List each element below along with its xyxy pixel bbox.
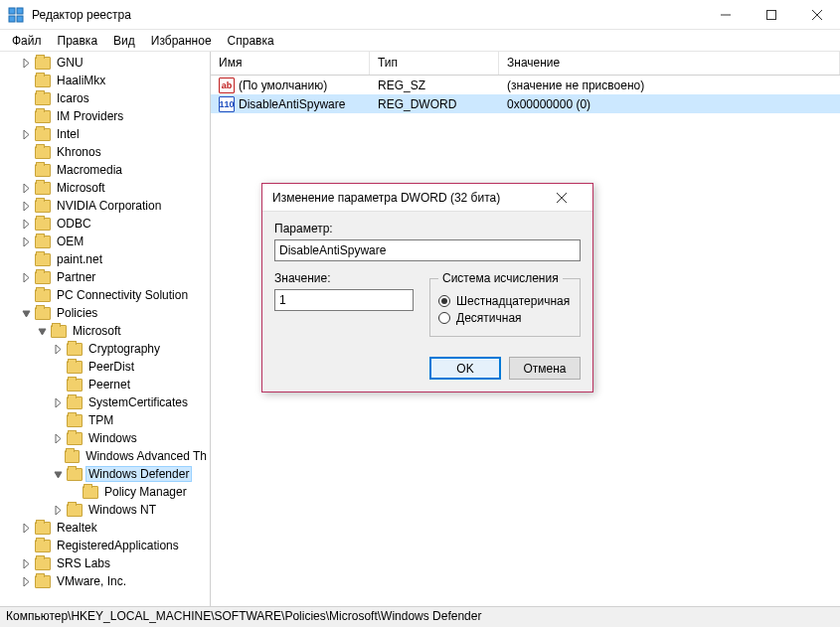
chevron-right-icon[interactable] (20, 235, 32, 247)
menubar: Файл Правка Вид Избранное Справка (0, 30, 840, 52)
tree-item[interactable]: SRS Labs (0, 554, 210, 572)
column-value[interactable]: Значение (499, 52, 840, 75)
tree-item[interactable]: Intel (0, 125, 210, 143)
tree-item[interactable]: Policies (0, 304, 210, 322)
folder-icon (35, 540, 51, 552)
menu-view[interactable]: Вид (105, 32, 143, 50)
chevron-right-icon[interactable] (20, 575, 32, 587)
chevron-right-icon[interactable] (52, 396, 64, 408)
tree-item[interactable]: RegisteredApplications (0, 537, 210, 554)
chevron-right-icon[interactable] (20, 271, 32, 283)
folder-icon (35, 57, 51, 70)
value-type: REG_SZ (370, 78, 499, 92)
tree-item[interactable]: SystemCertificates (0, 393, 210, 411)
tree-item[interactable]: OEM (0, 233, 210, 250)
folder-icon (35, 218, 51, 231)
dialog-close-button[interactable] (557, 193, 583, 203)
column-type[interactable]: Тип (370, 52, 499, 75)
tree-leaf-spacer (20, 289, 32, 301)
tree-item[interactable]: Cryptography (0, 340, 210, 358)
chevron-right-icon[interactable] (52, 432, 64, 444)
cancel-button[interactable]: Отмена (509, 357, 581, 380)
tree-item[interactable]: ODBC (0, 215, 210, 233)
tree-item[interactable]: IM Providers (0, 107, 210, 125)
tree-item-label: NVIDIA Corporation (54, 199, 164, 213)
tree-item[interactable]: Realtek (0, 519, 210, 537)
statusbar: Компьютер\HKEY_LOCAL_MACHINE\SOFTWARE\Po… (0, 606, 840, 627)
dialog-titlebar[interactable]: Изменение параметра DWORD (32 бита) (262, 184, 592, 212)
param-input[interactable] (274, 239, 581, 261)
tree-item-label: Policies (54, 306, 100, 320)
folder-icon (35, 289, 51, 302)
tree-item[interactable]: Macromedia (0, 161, 210, 179)
tree-item[interactable]: Khronos (0, 143, 210, 161)
list-row[interactable]: 110DisableAntiSpywareREG_DWORD0x00000000… (211, 94, 840, 113)
maximize-button[interactable] (749, 0, 794, 30)
menu-favorites[interactable]: Избранное (143, 32, 220, 50)
radix-dec-option[interactable]: Десятичная (438, 311, 572, 325)
menu-help[interactable]: Справка (220, 32, 282, 50)
tree-item[interactable]: Peernet (0, 376, 210, 393)
tree-leaf-spacer (20, 92, 32, 104)
tree-item[interactable]: PeerDist (0, 358, 210, 376)
svg-rect-0 (9, 8, 15, 14)
tree-item-label: Policy Manager (101, 485, 190, 499)
folder-icon (35, 164, 51, 177)
menu-edit[interactable]: Правка (50, 32, 106, 50)
tree-item[interactable]: Microsoft (0, 179, 210, 197)
svg-rect-5 (767, 10, 776, 19)
tree-item[interactable]: NVIDIA Corporation (0, 197, 210, 215)
list-row[interactable]: ab(По умолчанию)REG_SZ(значение не присв… (211, 76, 840, 94)
window-controls (703, 0, 840, 30)
tree-item[interactable]: TPM (0, 411, 210, 429)
chevron-right-icon[interactable] (20, 557, 32, 569)
folder-icon (35, 522, 51, 535)
chevron-right-icon[interactable] (20, 522, 32, 534)
tree-item[interactable]: Partner (0, 268, 210, 286)
radix-legend: Система исчисления (438, 271, 563, 285)
tree-pane[interactable]: GNUHaaliMkxIcarosIM ProvidersIntelKhrono… (0, 52, 211, 606)
folder-icon (65, 450, 80, 463)
value-data: (значение не присвоено) (499, 78, 840, 92)
chevron-right-icon[interactable] (20, 200, 32, 212)
value-input[interactable] (274, 289, 414, 311)
dword-value-icon: 110 (219, 96, 235, 112)
tree-item[interactable]: Windows (0, 429, 210, 447)
tree-item-label: IM Providers (54, 109, 126, 123)
tree-item[interactable]: HaaliMkx (0, 72, 210, 89)
column-name[interactable]: Имя (211, 52, 370, 75)
chevron-right-icon[interactable] (20, 57, 32, 69)
chevron-right-icon[interactable] (52, 504, 64, 516)
chevron-down-icon[interactable] (20, 307, 32, 319)
tree-item[interactable]: Windows Advanced Th (0, 447, 210, 465)
tree-item[interactable]: Windows Defender (0, 465, 210, 483)
tree-item[interactable]: paint.net (0, 250, 210, 268)
ok-button[interactable]: OK (429, 357, 501, 380)
tree-item[interactable]: PC Connectivity Solution (0, 286, 210, 304)
chevron-right-icon[interactable] (52, 343, 64, 355)
tree-item-label: Partner (54, 270, 98, 284)
folder-icon (35, 92, 51, 105)
tree-item[interactable]: Microsoft (0, 322, 210, 340)
close-button[interactable] (794, 0, 840, 30)
folder-icon (83, 486, 98, 499)
tree-item[interactable]: Windows NT (0, 501, 210, 519)
menu-file[interactable]: Файл (4, 32, 50, 50)
titlebar: Редактор реестра (0, 0, 840, 30)
tree-item[interactable]: GNU (0, 54, 210, 72)
tree-item[interactable]: VMware, Inc. (0, 572, 210, 590)
tree-item[interactable]: Policy Manager (0, 483, 210, 501)
tree-leaf-spacer (52, 361, 64, 373)
tree-item[interactable]: Icaros (0, 89, 210, 107)
svg-rect-2 (9, 16, 15, 22)
folder-icon (35, 557, 51, 570)
tree-item-label: Macromedia (54, 163, 125, 177)
chevron-down-icon[interactable] (52, 468, 64, 480)
chevron-down-icon[interactable] (36, 325, 48, 337)
chevron-right-icon[interactable] (20, 182, 32, 194)
minimize-button[interactable] (703, 0, 749, 30)
chevron-right-icon[interactable] (20, 218, 32, 230)
radix-hex-option[interactable]: Шестнадцатеричная (438, 294, 572, 308)
tree-leaf-spacer (20, 146, 32, 158)
chevron-right-icon[interactable] (20, 128, 32, 140)
